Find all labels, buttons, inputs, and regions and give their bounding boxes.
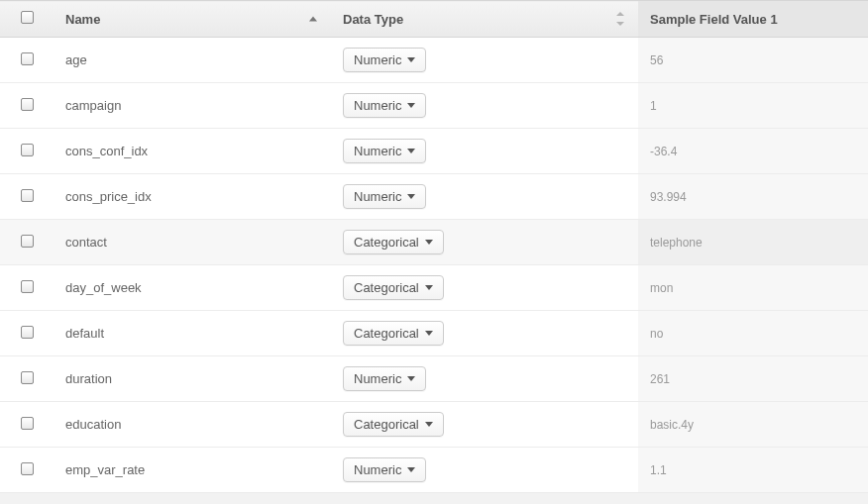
- checkbox-icon[interactable]: [21, 98, 34, 111]
- caret-down-icon: [407, 149, 415, 153]
- row-check-cell[interactable]: [0, 83, 54, 129]
- data-type-dropdown[interactable]: Numeric: [343, 93, 426, 118]
- caret-down-icon: [407, 103, 415, 108]
- caret-down-icon: [407, 376, 415, 381]
- table-row: cons_price_idxNumeric93.994: [0, 174, 868, 220]
- data-type-dropdown[interactable]: Categorical: [343, 412, 444, 437]
- data-type-label: Categorical: [354, 417, 419, 432]
- row-check-cell[interactable]: [0, 129, 54, 174]
- header-name-label: Name: [65, 12, 100, 27]
- row-type-cell: Numeric: [331, 83, 638, 129]
- data-type-dropdown[interactable]: Numeric: [343, 184, 426, 209]
- checkbox-icon[interactable]: [21, 326, 34, 339]
- row-sample-cell: 1.1: [638, 448, 868, 493]
- row-check-cell[interactable]: [0, 174, 54, 220]
- row-type-cell: Categorical: [331, 265, 638, 311]
- table-row: ageNumeric56: [0, 38, 868, 83]
- data-type-label: Categorical: [354, 280, 419, 295]
- field-name: cons_conf_idx: [65, 144, 148, 158]
- row-check-cell[interactable]: [0, 448, 54, 493]
- header-data-type-label: Data Type: [343, 12, 403, 27]
- data-type-dropdown[interactable]: Numeric: [343, 457, 426, 482]
- row-type-cell: Numeric: [331, 129, 638, 174]
- row-type-cell: Categorical: [331, 220, 638, 265]
- caret-down-icon: [407, 467, 415, 472]
- row-type-cell: Categorical: [331, 402, 638, 448]
- header-check[interactable]: [0, 1, 54, 38]
- checkbox-icon[interactable]: [21, 462, 34, 475]
- sample-value: telephone: [650, 236, 703, 250]
- row-name-cell: cons_conf_idx: [54, 129, 331, 174]
- checkbox-icon[interactable]: [21, 280, 34, 293]
- fields-table: Name Data Type Sample Field Value 1 ageN…: [0, 0, 868, 504]
- sort-both-icon: [616, 12, 624, 26]
- row-type-cell: Categorical: [331, 311, 638, 356]
- row-name-cell: emp_var_rate: [54, 448, 331, 493]
- checkbox-icon[interactable]: [21, 371, 34, 384]
- row-check-cell[interactable]: [0, 311, 54, 356]
- data-type-dropdown[interactable]: Numeric: [343, 48, 426, 72]
- checkbox-icon[interactable]: [21, 52, 34, 65]
- row-check-cell[interactable]: [0, 402, 54, 448]
- field-name: contact: [65, 235, 107, 250]
- caret-down-icon: [407, 194, 415, 199]
- field-name: education: [65, 417, 121, 432]
- table-footer: [0, 493, 868, 505]
- field-name: age: [65, 52, 87, 67]
- row-sample-cell: no: [638, 311, 868, 356]
- row-name-cell: education: [54, 402, 331, 448]
- row-name-cell: campaign: [54, 83, 331, 129]
- data-type-dropdown[interactable]: Numeric: [343, 139, 426, 163]
- sample-value: 261: [650, 372, 670, 386]
- table-row: educationCategoricalbasic.4y: [0, 402, 868, 448]
- checkbox-icon[interactable]: [21, 235, 34, 248]
- checkbox-icon[interactable]: [21, 144, 34, 156]
- row-check-cell[interactable]: [0, 356, 54, 402]
- table-row: defaultCategoricalno: [0, 311, 868, 356]
- table-row: campaignNumeric1: [0, 83, 868, 129]
- field-name: default: [65, 326, 104, 341]
- data-type-dropdown[interactable]: Categorical: [343, 321, 444, 346]
- field-name: duration: [65, 371, 112, 386]
- caret-down-icon: [425, 240, 433, 245]
- row-sample-cell: 56: [638, 38, 868, 83]
- row-check-cell[interactable]: [0, 265, 54, 311]
- data-type-label: Numeric: [354, 98, 401, 113]
- header-name[interactable]: Name: [54, 1, 331, 38]
- data-type-dropdown[interactable]: Categorical: [343, 275, 444, 300]
- row-type-cell: Numeric: [331, 356, 638, 402]
- sample-value: 93.994: [650, 190, 687, 204]
- row-check-cell[interactable]: [0, 220, 54, 265]
- checkbox-icon[interactable]: [21, 11, 34, 24]
- checkbox-icon[interactable]: [21, 189, 34, 202]
- checkbox-icon[interactable]: [21, 417, 34, 430]
- header-sample-label: Sample Field Value 1: [650, 12, 778, 27]
- header-data-type[interactable]: Data Type: [331, 1, 638, 38]
- sample-value: basic.4y: [650, 418, 694, 432]
- table-row: cons_conf_idxNumeric-36.4: [0, 129, 868, 174]
- row-type-cell: Numeric: [331, 38, 638, 83]
- field-name: day_of_week: [65, 280, 142, 295]
- data-type-label: Numeric: [354, 462, 401, 477]
- row-check-cell[interactable]: [0, 38, 54, 83]
- data-type-dropdown[interactable]: Numeric: [343, 366, 426, 391]
- caret-down-icon: [425, 422, 433, 427]
- row-name-cell: default: [54, 311, 331, 356]
- row-name-cell: day_of_week: [54, 265, 331, 311]
- row-sample-cell: 261: [638, 356, 868, 402]
- row-type-cell: Numeric: [331, 174, 638, 220]
- sample-value: 1.1: [650, 463, 667, 477]
- sample-value: -36.4: [650, 145, 677, 158]
- data-type-label: Categorical: [354, 326, 419, 341]
- row-name-cell: age: [54, 38, 331, 83]
- row-type-cell: Numeric: [331, 448, 638, 493]
- row-sample-cell: basic.4y: [638, 402, 868, 448]
- row-sample-cell: mon: [638, 265, 868, 311]
- row-sample-cell: 93.994: [638, 174, 868, 220]
- field-name: campaign: [65, 98, 121, 113]
- row-name-cell: cons_price_idx: [54, 174, 331, 220]
- field-name: cons_price_idx: [65, 189, 152, 204]
- caret-down-icon: [425, 285, 433, 290]
- data-type-dropdown[interactable]: Categorical: [343, 230, 444, 254]
- table-row: durationNumeric261: [0, 356, 868, 402]
